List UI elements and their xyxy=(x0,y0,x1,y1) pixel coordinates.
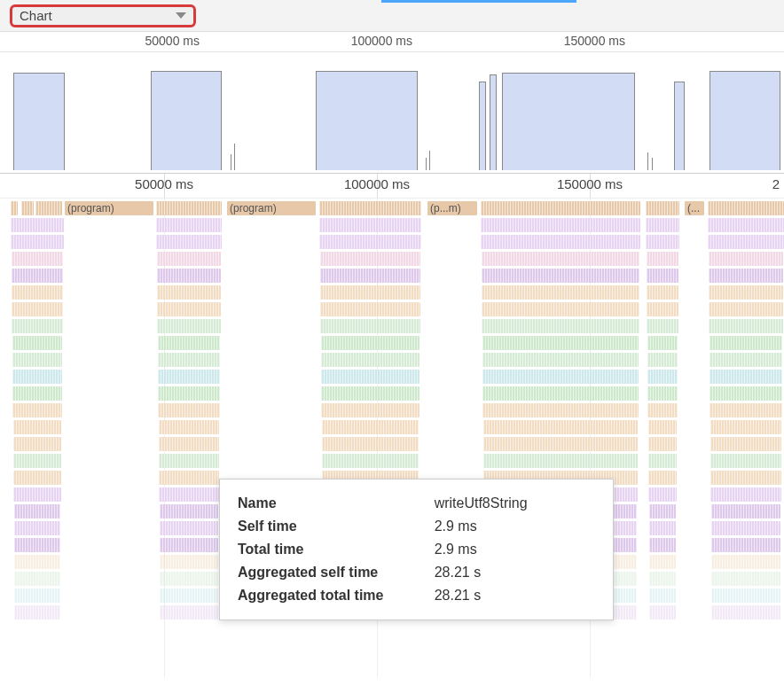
flame-bar[interactable] xyxy=(157,319,220,333)
flame-bar[interactable] xyxy=(710,403,781,417)
flame-bar[interactable] xyxy=(157,252,222,266)
flame-bar[interactable] xyxy=(482,302,639,316)
flame-bar[interactable] xyxy=(12,302,63,316)
flame-bar[interactable] xyxy=(647,336,678,350)
flame-bar[interactable] xyxy=(319,235,420,249)
flame-bar[interactable] xyxy=(647,353,678,367)
flame-bar[interactable] xyxy=(647,285,678,300)
flame-bar[interactable] xyxy=(319,201,421,215)
flame-bar[interactable] xyxy=(647,302,678,316)
flame-bar[interactable] xyxy=(482,353,639,367)
flame-bar[interactable] xyxy=(160,555,218,569)
flame-bar[interactable] xyxy=(159,454,219,468)
flame-bar[interactable] xyxy=(482,319,639,333)
flame-bar[interactable] xyxy=(158,336,221,350)
flame-bar[interactable] xyxy=(156,201,222,215)
flame-bar[interactable] xyxy=(647,386,678,401)
flame-bar[interactable] xyxy=(710,487,780,502)
flame-bar[interactable] xyxy=(322,437,419,451)
flame-bar[interactable] xyxy=(158,353,220,367)
flame-bar[interactable] xyxy=(708,201,784,215)
flame-bar-program[interactable]: (p...m) xyxy=(427,201,477,215)
flame-bar[interactable] xyxy=(14,589,60,603)
flame-bar[interactable] xyxy=(710,471,781,485)
flame-bar[interactable] xyxy=(648,437,677,451)
flame-bar[interactable] xyxy=(14,605,60,620)
flame-bar[interactable] xyxy=(321,353,419,367)
flame-bar[interactable] xyxy=(710,420,782,434)
flame-bar[interactable] xyxy=(648,471,677,485)
flame-bar[interactable] xyxy=(482,269,639,283)
flame-bar[interactable] xyxy=(710,370,782,384)
flame-bar[interactable] xyxy=(646,201,679,215)
flame-bar-program[interactable]: (program) xyxy=(227,201,316,215)
flame-bar[interactable] xyxy=(160,605,218,620)
timeline-ruler[interactable]: 50000 ms 100000 ms 150000 ms 2 xyxy=(0,174,784,199)
flame-bar[interactable] xyxy=(159,437,219,451)
flame-bar[interactable] xyxy=(481,235,639,249)
flame-bar[interactable] xyxy=(157,269,221,283)
cpu-overview[interactable]: 50000 ms 100000 ms 150000 ms xyxy=(0,32,784,174)
flame-bar[interactable] xyxy=(482,285,639,300)
flame-bar[interactable] xyxy=(711,555,780,569)
flame-bar[interactable] xyxy=(710,454,781,468)
flame-bar[interactable] xyxy=(11,218,64,232)
flame-bar[interactable] xyxy=(708,235,783,249)
flame-bar[interactable] xyxy=(649,538,676,552)
flame-bar[interactable] xyxy=(646,235,678,249)
flame-bar[interactable] xyxy=(711,538,780,552)
flame-bar[interactable] xyxy=(11,201,18,215)
flame-bar[interactable] xyxy=(12,252,64,266)
flame-bar[interactable] xyxy=(711,521,780,535)
flame-bar[interactable] xyxy=(11,235,63,249)
flame-bar[interactable] xyxy=(711,589,780,603)
flame-bar[interactable] xyxy=(319,218,421,232)
flame-bar[interactable] xyxy=(158,403,219,417)
flame-bar[interactable] xyxy=(710,336,783,350)
flame-bar[interactable] xyxy=(13,487,60,502)
flame-bar[interactable] xyxy=(157,285,221,300)
flame-bar[interactable] xyxy=(648,487,676,502)
flame-bar[interactable] xyxy=(711,572,780,586)
flame-bar[interactable] xyxy=(647,370,678,384)
flame-bar[interactable] xyxy=(320,302,420,316)
flame-bar[interactable] xyxy=(709,269,783,283)
flame-bar[interactable] xyxy=(160,504,219,518)
flame-bar[interactable] xyxy=(159,487,218,502)
flame-bar[interactable] xyxy=(159,471,219,485)
flame-bar[interactable] xyxy=(648,454,677,468)
flame-bar[interactable] xyxy=(14,521,60,535)
flame-bar[interactable] xyxy=(647,269,678,283)
flame-bar[interactable] xyxy=(12,403,61,417)
flame-bar[interactable] xyxy=(157,302,221,316)
flame-bar[interactable] xyxy=(483,437,638,451)
flame-bar[interactable] xyxy=(320,285,420,300)
flame-bar[interactable] xyxy=(160,521,218,535)
flame-bar[interactable] xyxy=(710,437,781,451)
flame-bar[interactable] xyxy=(156,235,221,249)
flame-bar[interactable] xyxy=(12,370,62,384)
flame-bar[interactable] xyxy=(14,572,60,586)
flame-bar[interactable] xyxy=(14,555,60,569)
flame-bar[interactable] xyxy=(320,252,421,266)
flame-bar[interactable] xyxy=(12,386,62,401)
flame-bar[interactable] xyxy=(649,605,676,620)
flame-bar[interactable] xyxy=(13,471,61,485)
flame-bar[interactable] xyxy=(646,218,679,232)
flame-bar[interactable] xyxy=(711,504,781,518)
flame-bar[interactable] xyxy=(710,353,782,367)
flame-bar[interactable] xyxy=(159,420,220,434)
flame-bar[interactable] xyxy=(482,386,639,401)
flame-bar[interactable] xyxy=(12,269,63,283)
flame-bar[interactable] xyxy=(481,218,640,232)
flame-bar[interactable] xyxy=(13,437,61,451)
flame-bar[interactable] xyxy=(481,201,640,215)
flame-bar[interactable] xyxy=(322,454,419,468)
flame-bar-program[interactable]: (program) xyxy=(65,201,153,215)
flame-bar[interactable] xyxy=(158,386,220,401)
flame-bar[interactable] xyxy=(12,353,62,367)
view-mode-select[interactable]: Chart xyxy=(10,4,196,27)
flame-bar[interactable] xyxy=(649,589,676,603)
flame-bar[interactable] xyxy=(649,521,676,535)
flame-bar[interactable] xyxy=(12,285,63,300)
